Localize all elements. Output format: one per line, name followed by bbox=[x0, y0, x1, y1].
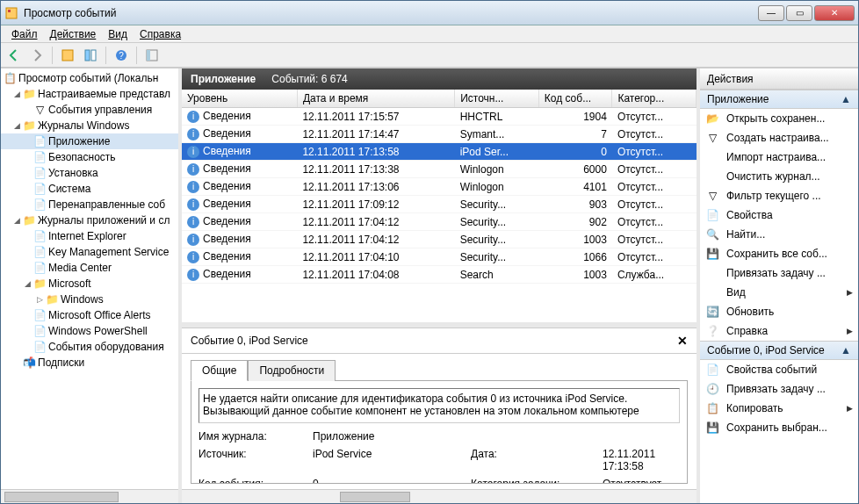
collapse-icon[interactable]: ▲ bbox=[841, 93, 851, 105]
svg-rect-0 bbox=[6, 8, 17, 18]
action-import-custom[interactable]: Импорт настраива... bbox=[700, 148, 858, 167]
action-refresh[interactable]: 🔄Обновить bbox=[700, 302, 858, 321]
titlebar[interactable]: Просмотр событий — ▭ ✕ bbox=[1, 1, 858, 25]
log-icon: 📄 bbox=[32, 324, 47, 338]
folder-icon: 📁 bbox=[22, 87, 36, 101]
col-level[interactable]: Уровень bbox=[182, 90, 297, 108]
tree-security[interactable]: 📄Безопасность bbox=[1, 149, 178, 165]
table-row[interactable]: iСведения12.11.2011 17:04:12Security...9… bbox=[182, 213, 697, 231]
col-datetime[interactable]: Дата и время bbox=[297, 90, 454, 108]
detail-header: Событие 0, iPod Service ✕ bbox=[182, 328, 697, 354]
tree-ms-windows[interactable]: ▷📁Windows bbox=[1, 292, 178, 307]
tree-subscriptions[interactable]: 📬Подписки bbox=[1, 355, 178, 371]
table-row[interactable]: iСведения12.11.2011 17:09:12Security...9… bbox=[182, 196, 697, 213]
action-open-saved[interactable]: 📂Открыть сохранен... bbox=[700, 109, 858, 128]
eventviewer-icon: 📋 bbox=[3, 71, 17, 85]
action-view[interactable]: Вид▶ bbox=[700, 283, 858, 302]
tree-kms[interactable]: 📄Key Management Service bbox=[1, 244, 178, 260]
tree-admin-events[interactable]: ▽События управления bbox=[1, 102, 178, 118]
expander-icon[interactable]: ◢ bbox=[22, 279, 32, 288]
tree-custom-views[interactable]: ◢📁Настраиваемые представл bbox=[1, 86, 178, 102]
table-row[interactable]: iСведения12.11.2011 17:04:10Security...1… bbox=[182, 248, 697, 266]
help-icon[interactable]: ? bbox=[112, 47, 131, 64]
tree-microsoft[interactable]: ◢📁Microsoft bbox=[1, 276, 178, 292]
tree-windows-logs[interactable]: ◢📁Журналы Windows bbox=[1, 118, 178, 133]
col-source[interactable]: Источн... bbox=[455, 90, 539, 108]
table-row[interactable]: iСведения12.11.2011 17:13:38Winlogon6000… bbox=[182, 161, 697, 178]
minimize-button[interactable]: — bbox=[758, 5, 784, 21]
action-properties[interactable]: 📄Свойства bbox=[700, 205, 858, 225]
tree-application[interactable]: 📄Приложение bbox=[1, 133, 178, 149]
expander-icon[interactable]: ◢ bbox=[11, 121, 22, 130]
menu-file[interactable]: Файл bbox=[6, 26, 43, 42]
action-save-all[interactable]: 💾Сохранить все соб... bbox=[700, 244, 858, 263]
forward-icon[interactable] bbox=[27, 47, 47, 64]
menu-help[interactable]: Справка bbox=[134, 26, 186, 42]
table-row[interactable]: iСведения12.11.2011 17:04:12Security...1… bbox=[182, 231, 697, 248]
menu-view[interactable]: Вид bbox=[103, 26, 133, 42]
col-category[interactable]: Категор... bbox=[612, 90, 697, 108]
action-help[interactable]: ❔Справка▶ bbox=[700, 321, 858, 341]
tab-details[interactable]: Подробности bbox=[248, 360, 336, 381]
date-label: Дата: bbox=[471, 448, 594, 472]
properties-icon[interactable] bbox=[81, 47, 100, 64]
action-copy[interactable]: 📋Копировать▶ bbox=[700, 399, 858, 418]
table-row[interactable]: iСведения12.11.2011 17:13:06Winlogon4101… bbox=[182, 178, 697, 196]
panel-icon[interactable] bbox=[142, 47, 162, 64]
import-icon bbox=[705, 150, 719, 164]
expander-icon[interactable]: ▷ bbox=[34, 295, 45, 304]
action-create-custom[interactable]: ▽Создать настраива... bbox=[700, 128, 858, 148]
tree[interactable]: 📋Просмотр событий (Локальн ◢📁Настраиваем… bbox=[1, 68, 178, 489]
tree-hardware[interactable]: 📄События оборудования bbox=[1, 339, 178, 355]
table-row[interactable]: iСведения12.11.2011 17:13:58iPod Ser...0… bbox=[182, 143, 697, 161]
collapse-icon[interactable]: ▲ bbox=[841, 344, 851, 356]
tree-ie[interactable]: 📄Internet Explorer bbox=[1, 228, 178, 244]
menu-action[interactable]: Действие bbox=[45, 26, 102, 42]
close-button[interactable]: ✕ bbox=[814, 5, 855, 21]
tree-powershell[interactable]: 📄Windows PowerShell bbox=[1, 323, 178, 339]
actions-group-app[interactable]: Приложение▲ bbox=[700, 90, 858, 109]
actions-group-event[interactable]: Событие 0, iPod Service▲ bbox=[700, 341, 858, 360]
col-eventid[interactable]: Код соб... bbox=[538, 90, 612, 108]
tree-hscroll[interactable] bbox=[1, 489, 178, 503]
tree-setup[interactable]: 📄Установка bbox=[1, 165, 178, 181]
back-icon[interactable] bbox=[4, 47, 24, 64]
svg-rect-3 bbox=[85, 50, 90, 61]
maximize-button[interactable]: ▭ bbox=[786, 5, 812, 21]
copy-icon: 📋 bbox=[705, 401, 719, 415]
log-icon: 📄 bbox=[32, 134, 47, 148]
tree-root[interactable]: 📋Просмотр событий (Локальн bbox=[1, 70, 178, 86]
tab-general[interactable]: Общие bbox=[191, 360, 248, 381]
tree-forwarded[interactable]: 📄Перенаправленные соб bbox=[1, 197, 178, 212]
table-row[interactable]: iСведения12.11.2011 17:04:08Search1003Сл… bbox=[182, 266, 697, 284]
svg-text:?: ? bbox=[119, 51, 124, 61]
tree-system[interactable]: 📄Система bbox=[1, 181, 178, 197]
info-icon: i bbox=[187, 269, 199, 281]
action-attach-task[interactable]: Привязать задачу ... bbox=[700, 263, 858, 283]
table-row[interactable]: iСведения12.11.2011 17:14:47Symant...7От… bbox=[182, 126, 697, 143]
expander-icon[interactable]: ◢ bbox=[11, 90, 22, 98]
action-find[interactable]: 🔍Найти... bbox=[700, 225, 858, 244]
action-event-properties[interactable]: 📄Свойства событий bbox=[700, 360, 858, 379]
info-icon: i bbox=[187, 111, 199, 123]
action-filter[interactable]: ▽Фильтр текущего ... bbox=[700, 186, 858, 205]
tree-office-alerts[interactable]: 📄Microsoft Office Alerts bbox=[1, 307, 178, 323]
event-grid[interactable]: Уровень Дата и время Источн... Код соб..… bbox=[182, 90, 697, 322]
log-icon: 📄 bbox=[32, 308, 47, 322]
tree-app-logs[interactable]: ◢📁Журналы приложений и сл bbox=[1, 212, 178, 228]
expander-icon[interactable]: ◢ bbox=[11, 216, 22, 225]
help-icon: ❔ bbox=[705, 324, 719, 338]
table-row[interactable]: iСведения12.11.2011 17:15:57HHCTRL1904От… bbox=[182, 108, 697, 126]
grid-header[interactable]: Уровень Дата и время Источн... Код соб..… bbox=[182, 90, 697, 108]
action-save-selected[interactable]: 💾Сохранить выбран... bbox=[700, 418, 858, 437]
detail-hscroll[interactable] bbox=[182, 489, 697, 503]
tree-media-center[interactable]: 📄Media Center bbox=[1, 260, 178, 276]
show-tree-icon[interactable] bbox=[58, 47, 77, 64]
window-buttons: — ▭ ✕ bbox=[758, 5, 855, 21]
logname-value: Приложение bbox=[313, 430, 462, 443]
action-attach-task-event[interactable]: 🕘Привязать задачу ... bbox=[700, 379, 858, 399]
detail-close-icon[interactable]: ✕ bbox=[677, 334, 688, 348]
action-clear-log[interactable]: Очистить журнал... bbox=[700, 167, 858, 186]
taskcat-value: Отсутствует bbox=[603, 478, 680, 484]
info-icon: i bbox=[187, 234, 199, 246]
